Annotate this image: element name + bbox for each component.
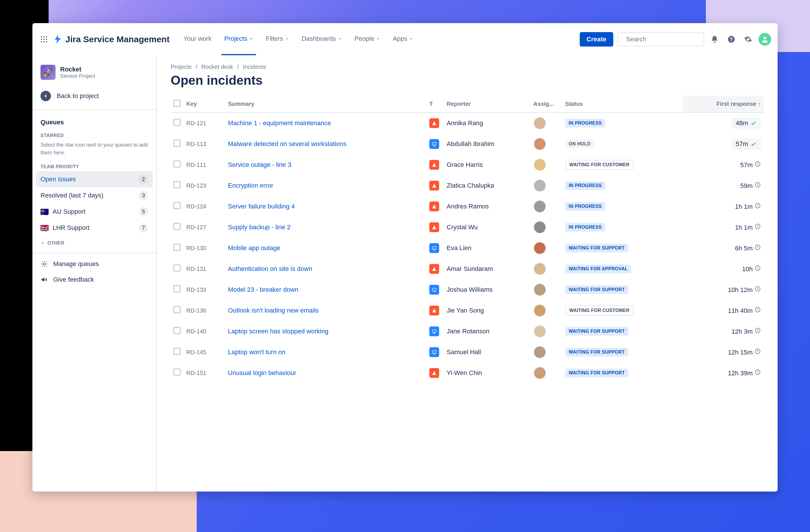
crumb-0[interactable]: Projects <box>171 64 192 70</box>
row-checkbox[interactable] <box>174 119 180 126</box>
nav-people[interactable]: People <box>352 23 383 55</box>
status-badge[interactable]: WAITING FOR CUSTOMER <box>565 160 634 170</box>
row-checkbox[interactable] <box>174 223 180 230</box>
row-checkbox[interactable] <box>174 140 180 147</box>
table-row[interactable]: RD-133Model 23 - breaker downJoshua Will… <box>171 279 764 300</box>
nav-dashboards[interactable]: Dashboards <box>299 23 345 55</box>
help-icon[interactable]: ? <box>725 33 738 46</box>
summary-link[interactable]: Model 23 - breaker down <box>228 286 298 293</box>
summary-link[interactable]: Malware detected on several workstations <box>228 140 346 148</box>
assignee-avatar[interactable] <box>533 117 546 130</box>
assignee-avatar[interactable] <box>533 242 546 254</box>
assignee-avatar[interactable] <box>533 221 546 234</box>
row-checkbox[interactable] <box>174 244 180 251</box>
summary-link[interactable]: Outlook isn't loading new emails <box>228 307 319 314</box>
row-checkbox[interactable] <box>174 306 180 313</box>
table-row[interactable]: RD-145Laptop won't turn onSamuel HallWAI… <box>171 342 764 363</box>
assignee-avatar[interactable] <box>533 200 546 213</box>
table-row[interactable]: RD-136Outlook isn't loading new emailsJi… <box>171 300 764 321</box>
summary-link[interactable]: Supply backup - line 2 <box>228 223 290 231</box>
table-row[interactable]: RD-113Malware detected on several workst… <box>171 134 764 154</box>
status-badge[interactable]: WAITING FOR SUPPORT <box>565 348 628 356</box>
row-checkbox[interactable] <box>174 181 180 188</box>
queue-lhr-support[interactable]: 🇬🇧LHR Support7 <box>32 220 156 236</box>
col-assignee[interactable]: Assig... <box>531 96 562 113</box>
col-status[interactable]: Status <box>562 96 682 113</box>
product-logo[interactable]: Jira Service Management <box>53 34 169 44</box>
summary-link[interactable]: Authentication on site is down <box>228 265 312 272</box>
search-box[interactable]: / <box>617 32 704 46</box>
summary-link[interactable]: Service outage - line 3 <box>228 161 291 168</box>
give-feedback[interactable]: Give feedback <box>32 272 156 287</box>
search-input[interactable] <box>626 35 706 44</box>
summary-link[interactable]: Laptop screen has stopped working <box>228 328 328 335</box>
table-row[interactable]: RD-123Encryption errorZlatica ChalupkaIN… <box>171 175 764 196</box>
assignee-avatar[interactable] <box>533 283 546 296</box>
assignee-avatar[interactable] <box>533 159 546 171</box>
col-reporter[interactable]: Reporter <box>444 96 531 113</box>
other-section-toggle[interactable]: OTHER <box>32 236 156 250</box>
manage-queues[interactable]: Manage queues <box>32 256 156 272</box>
summary-link[interactable]: Encryption error <box>228 182 273 189</box>
summary-link[interactable]: Machine 1 - equipment maintenance <box>228 119 331 127</box>
summary-link[interactable]: Laptop won't turn on <box>228 348 286 356</box>
assignee-avatar[interactable] <box>533 325 546 338</box>
queue-au-support[interactable]: 🇦🇺AU Support5 <box>32 203 156 220</box>
col-type[interactable]: T <box>426 96 444 113</box>
summary-link[interactable]: Unusual login behaviour <box>228 369 296 377</box>
crumb-2[interactable]: Incidents <box>243 64 266 70</box>
status-badge[interactable]: WAITING FOR SUPPORT <box>565 244 628 252</box>
table-row[interactable]: RD-140Laptop screen has stopped workingJ… <box>171 321 764 342</box>
project-header[interactable]: 🚀 Rocket Service Project <box>32 61 156 87</box>
assignee-avatar[interactable] <box>533 138 546 150</box>
crumb-1[interactable]: Rocket desk <box>201 64 233 70</box>
status-badge[interactable]: IN PROGRESS <box>565 202 605 211</box>
row-checkbox[interactable] <box>174 202 180 209</box>
status-badge[interactable]: ON HOLD <box>565 140 594 148</box>
table-row[interactable]: RD-131Authentication on site is downAmar… <box>171 259 764 279</box>
row-checkbox[interactable] <box>174 285 180 292</box>
create-button[interactable]: Create <box>580 32 613 47</box>
table-row[interactable]: RD-130Mobile app outageEva LienWAITING F… <box>171 238 764 259</box>
nav-your-work[interactable]: Your work <box>180 23 214 55</box>
assignee-avatar[interactable] <box>533 263 546 275</box>
col-first-response[interactable]: First response ↑ <box>682 96 764 113</box>
nav-projects[interactable]: Projects <box>221 23 256 55</box>
user-avatar[interactable] <box>759 33 771 46</box>
status-badge[interactable]: WAITING FOR SUPPORT <box>565 285 628 294</box>
status-badge[interactable]: IN PROGRESS <box>565 181 605 190</box>
notifications-icon[interactable] <box>708 33 721 46</box>
status-badge[interactable]: IN PROGRESS <box>565 119 605 128</box>
row-checkbox[interactable] <box>174 161 180 167</box>
select-all-checkbox[interactable] <box>174 100 180 107</box>
assignee-avatar[interactable] <box>533 304 546 317</box>
row-checkbox[interactable] <box>174 265 180 271</box>
queue-resolved-last-7-days-[interactable]: Resolved (last 7 days)3 <box>32 187 156 203</box>
summary-link[interactable]: Server failure building 4 <box>228 203 295 210</box>
status-badge[interactable]: WAITING FOR CUSTOMER <box>565 305 634 315</box>
col-key[interactable]: Key <box>183 96 225 113</box>
table-row[interactable]: RD-127Supply backup - line 2Crystal WuIN… <box>171 217 764 238</box>
queue-open-issues[interactable]: Open issues2 <box>36 171 153 187</box>
status-badge[interactable]: WAITING FOR APPROVAL <box>565 265 631 273</box>
settings-icon[interactable] <box>742 33 755 46</box>
row-checkbox[interactable] <box>174 369 180 376</box>
row-checkbox[interactable] <box>174 327 180 334</box>
back-to-project[interactable]: Back to project <box>32 87 156 110</box>
assignee-avatar[interactable] <box>533 346 546 359</box>
nav-apps[interactable]: Apps <box>390 23 416 55</box>
app-switcher-icon[interactable] <box>39 34 49 45</box>
row-checkbox[interactable] <box>174 348 180 355</box>
table-row[interactable]: RD-121Machine 1 - equipment maintenanceA… <box>171 113 764 134</box>
table-row[interactable]: RD-151Unusual login behaviourYi-Wen Chin… <box>171 363 764 383</box>
status-badge[interactable]: WAITING FOR SUPPORT <box>565 369 628 377</box>
table-row[interactable]: RD-124Server failure building 4Andres Ra… <box>171 196 764 217</box>
nav-filters[interactable]: Filters <box>263 23 292 55</box>
summary-link[interactable]: Mobile app outage <box>228 244 280 252</box>
col-summary[interactable]: Summary <box>225 96 426 113</box>
assignee-avatar[interactable] <box>533 179 546 192</box>
status-badge[interactable]: WAITING FOR SUPPORT <box>565 327 628 336</box>
table-row[interactable]: RD-111Service outage - line 3Grace Harri… <box>171 154 764 175</box>
status-badge[interactable]: IN PROGRESS <box>565 223 605 232</box>
assignee-avatar[interactable] <box>533 367 546 379</box>
